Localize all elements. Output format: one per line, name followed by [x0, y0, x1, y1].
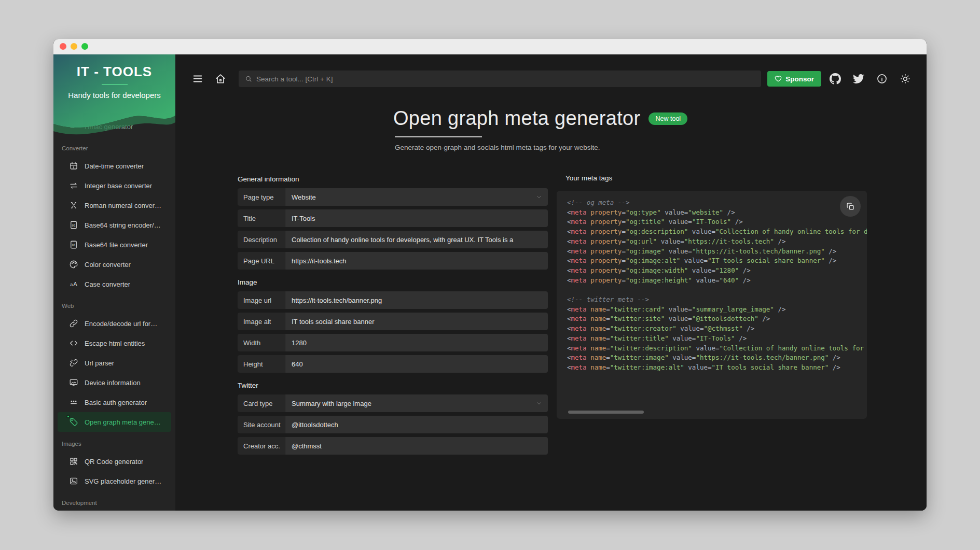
sidebar-item-label: Case converter	[85, 280, 130, 288]
sidebar-item-label: Color converter	[85, 261, 131, 269]
sidebar-item-roman-numeral-conver[interactable]: Roman numeral conver…	[53, 195, 175, 215]
sidebar-section-web: Web	[53, 294, 175, 314]
width-input[interactable]: 1280	[285, 334, 548, 351]
svg-text:a: a	[70, 282, 73, 287]
page-type-select[interactable]: Website	[285, 188, 548, 206]
image-icon	[69, 476, 78, 486]
form-section-image: ImageImage urlhttps://it-tools.tech/bann…	[238, 278, 548, 373]
meta-tags-code: <!-- og meta --> <meta property="og:type…	[557, 191, 867, 388]
sidebar-item-svg-placeholder-gener[interactable]: SVG placeholder gener…	[53, 471, 175, 491]
about-button[interactable]	[875, 72, 889, 86]
sidebar-section-development: Development	[53, 491, 175, 511]
sponsor-button[interactable]: Sponsor	[767, 71, 821, 87]
password-dots-icon	[69, 398, 78, 407]
form-row-title: TitleIT-Tools	[238, 209, 548, 227]
sun-icon	[900, 73, 911, 84]
search-bar[interactable]	[239, 70, 761, 87]
code-tags-icon	[69, 339, 78, 348]
close-window-button[interactable]	[60, 43, 66, 50]
sidebar-item-label: Base64 file converter	[85, 241, 148, 249]
svg-text:A: A	[73, 281, 77, 287]
tag-icon	[69, 417, 78, 427]
form-row-site-account: Site account@ittoolsdottech	[238, 416, 548, 433]
field-label: Image url	[238, 291, 285, 309]
title-input[interactable]: IT-Tools	[285, 209, 548, 227]
menu-toggle-button[interactable]	[191, 72, 204, 86]
sidebar-item-label: QR Code generator	[85, 458, 143, 466]
form-row-page-url: Page URLhttps://it-tools.tech	[238, 252, 548, 270]
copy-button[interactable]	[840, 196, 861, 217]
field-label: Width	[238, 334, 285, 351]
home-button[interactable]	[214, 72, 227, 86]
sidebar-item-label: Escape html entities	[85, 340, 145, 347]
description-input[interactable]: Collection of handy online tools for dev…	[285, 231, 548, 248]
height-input[interactable]: 640	[285, 355, 548, 373]
output-section-label: Your meta tags	[565, 174, 612, 182]
page-title: Open graph meta generator	[393, 107, 640, 130]
field-label: Creator acc.	[238, 437, 285, 455]
field-label: Title	[238, 209, 285, 227]
page-url-input[interactable]: https://it-tools.tech	[285, 252, 548, 270]
desktop-background: Hmac generatorConverterDate-time convert…	[0, 0, 980, 550]
image-url-input[interactable]: https://it-tools.tech/banner.png	[285, 291, 548, 309]
sidebar-item-color-converter[interactable]: Color converter	[53, 255, 175, 274]
creator-acc-input[interactable]: @cthmsst	[285, 437, 548, 455]
sidebar-item-label: Device information	[85, 379, 141, 387]
form-row-page-type: Page typeWebsite	[238, 188, 548, 206]
form-row-width: Width1280	[238, 334, 548, 351]
chevron-down-icon	[535, 400, 543, 407]
search-input[interactable]	[256, 75, 755, 83]
field-label: Page URL	[238, 252, 285, 270]
sidebar-item-label: Basic auth generator	[85, 399, 147, 406]
qr-code-icon	[69, 457, 78, 466]
copy-icon	[846, 202, 855, 211]
field-label: Description	[238, 231, 285, 248]
link-parse-icon	[69, 358, 78, 368]
sidebar-section-images: Images	[53, 432, 175, 452]
sidebar-item-encode-decode-url-for[interactable]: Encode/decode url for…	[53, 314, 175, 333]
swap-arrows-icon	[69, 181, 78, 190]
sidebar-item-case-converter[interactable]: aACase converter	[53, 274, 175, 294]
sidebar-item-date-time-converter[interactable]: Date-time converter	[53, 156, 175, 176]
heart-icon	[775, 75, 782, 82]
sidebar-item-base64-file-converter[interactable]: 01Base64 file converter	[53, 235, 175, 255]
file-binary-icon: 01	[69, 240, 78, 249]
sidebar-item-label: Base64 string encoder/…	[85, 221, 161, 229]
image-alt-input[interactable]: IT tools social share banner	[285, 313, 548, 330]
sidebar-item-integer-base-converter[interactable]: Integer base converter	[53, 176, 175, 195]
page-header: Open graph meta generator New tool Gener…	[393, 107, 687, 151]
sponsor-label: Sponsor	[785, 75, 814, 83]
link-icon	[69, 319, 78, 328]
form-section-label: Image	[238, 278, 548, 286]
maximize-window-button[interactable]	[81, 43, 88, 50]
minimize-window-button[interactable]	[71, 43, 77, 50]
sidebar-item-escape-html-entities[interactable]: Escape html entities	[53, 333, 175, 353]
sidebar-item-device-information[interactable]: Device information	[53, 373, 175, 392]
sidebar-item-basic-auth-generator[interactable]: Basic auth generator	[53, 392, 175, 412]
sidebar-item-qr-code-generator[interactable]: QR Code generator	[53, 452, 175, 471]
form-row-creator-acc: Creator acc.@cthmsst	[238, 437, 548, 455]
horizontal-scrollbar-thumb[interactable]	[568, 411, 644, 414]
sidebar-item-label: Roman numeral conver…	[85, 202, 161, 209]
sidebar-item-label: Date-time converter	[85, 162, 144, 170]
theme-toggle-button[interactable]	[899, 72, 912, 86]
twitter-button[interactable]	[852, 72, 865, 86]
monitor-icon	[69, 378, 78, 387]
sidebar-item-label: Open graph meta gene…	[85, 418, 161, 426]
github-button[interactable]	[829, 72, 842, 86]
new-tool-badge: New tool	[648, 112, 687, 125]
card-type-select[interactable]: Summary with large image	[285, 394, 548, 412]
site-account-input[interactable]: @ittoolsdottech	[285, 416, 548, 433]
app-window: Hmac generatorConverterDate-time convert…	[53, 39, 927, 511]
file-binary-icon: 01	[69, 220, 78, 230]
sidebar-item-hmac-generator[interactable]: Hmac generator	[53, 117, 175, 136]
field-label: Card type	[238, 394, 285, 412]
sidebar-item-base64-string-encoder[interactable]: 01Base64 string encoder/…	[53, 215, 175, 235]
sidebar-item-label: Encode/decode url for…	[85, 320, 157, 328]
sidebar-item-label: Url parser	[85, 359, 114, 367]
form-section-label: Twitter	[238, 382, 548, 389]
sidebar-item-open-graph-meta-gene[interactable]: Open graph meta gene…	[58, 412, 171, 432]
search-icon	[245, 75, 252, 82]
sidebar-item-url-parser[interactable]: Url parser	[53, 353, 175, 373]
form-row-image-url: Image urlhttps://it-tools.tech/banner.pn…	[238, 291, 548, 309]
